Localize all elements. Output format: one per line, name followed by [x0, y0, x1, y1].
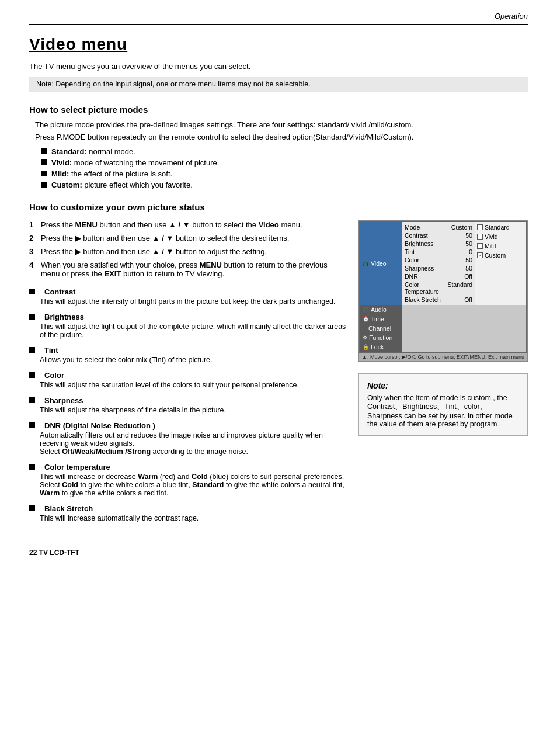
operation-label: Operation	[495, 12, 528, 20]
right-column: 📺 Video ModeCustom Contrast50 Brightness…	[358, 220, 528, 527]
bullet-icon	[29, 397, 35, 403]
step-2: 2 Press the ▶ button and then use ▲ / ▼ …	[29, 234, 348, 242]
bullet-icon	[41, 171, 47, 176]
footer-text: 22 TV LCD-TFT	[29, 549, 79, 557]
subsection-dnr: DNR (Digital Noise Reduction ) Automatic…	[29, 421, 348, 456]
menu-row-channel: ☰ Channel	[360, 324, 526, 333]
bullet-icon	[29, 289, 35, 294]
menu-row-function: ⚙ Function	[360, 333, 526, 342]
bullet-custom: Custom: picture effect which you favorit…	[29, 181, 528, 189]
steps-column: 1 Press the MENU button and then use ▲ /…	[29, 220, 348, 527]
bullet-icon	[41, 182, 47, 188]
menu-item-time: ⏰ Time	[360, 314, 402, 324]
subsection-black-stretch: Black Stretch This will increase automat…	[29, 504, 348, 522]
section1-intro2: Press P.MODE button repeatedly on the re…	[29, 133, 528, 141]
menu-item-function: ⚙ Function	[360, 333, 402, 342]
subsection-tint: Tint Allows you to select the color mix …	[29, 346, 348, 364]
bullet-icon	[29, 422, 35, 428]
menu-row-video: 📺 Video ModeCustom Contrast50 Brightness…	[360, 222, 526, 305]
section1-title: How to select picture modes	[29, 105, 528, 115]
note-box: Note: Depending on the input signal, one…	[29, 77, 528, 92]
menu-row-time: ⏰ Time	[360, 314, 526, 324]
menu-hint: ▲: Move cursor, ▶/OK: Go to submenu, EXI…	[359, 353, 527, 361]
step-4: 4 When you are satisfied with your choic…	[29, 261, 348, 278]
side-note-box: Note: Only when the item of mode is cust…	[358, 373, 528, 436]
bullet-vivid: Vivid: mode of watching the movement of …	[29, 158, 528, 167]
footer: 22 TV LCD-TFT	[29, 545, 528, 557]
side-note-title: Note:	[367, 381, 519, 390]
bullet-mild: Mild: the effect of the picture is soft.	[29, 169, 528, 178]
menu-row-lock: 🔒 Lock	[360, 342, 526, 352]
bullet-icon	[29, 464, 35, 470]
subsection-color-temp: Color temperature This will increase or …	[29, 463, 348, 497]
menu-right-panel: Standard Vivid Mild	[475, 222, 526, 305]
subsection-color: Color This will adjust the saturation le…	[29, 371, 348, 389]
bullet-icon	[41, 159, 47, 165]
menu-item-audio: 🎵 Audio	[360, 305, 402, 314]
subsection-brightness: Brightness This will adjust the light ou…	[29, 313, 348, 339]
bullet-icon	[29, 505, 35, 511]
section1-intro1: The picture mode provides the pre-define…	[29, 120, 528, 129]
bullet-standard: Standard: normal mode.	[29, 147, 528, 156]
section-customize: How to customize your own picture status…	[29, 202, 528, 527]
step-3: 3 Press the ▶ button and then use ▲ / ▼ …	[29, 247, 348, 256]
operation-header: Operation	[29, 12, 528, 25]
section2-title: How to customize your own picture status	[29, 202, 528, 212]
subsection-contrast: Contrast This will adjust the intensity …	[29, 287, 348, 306]
menu-inner: 📺 Video ModeCustom Contrast50 Brightness…	[359, 221, 527, 353]
bullet-icon	[29, 347, 35, 353]
bullet-icon	[41, 148, 47, 154]
intro-text: The TV menu gives you an overview of the…	[29, 62, 528, 71]
section-picture-modes: How to select picture modes The picture …	[29, 105, 528, 189]
menu-row-audio: 🎵 Audio	[360, 305, 526, 314]
menu-item-channel: ☰ Channel	[360, 324, 402, 333]
side-note-text: Only when the item of mode is custom , t…	[367, 394, 519, 428]
bullet-icon	[29, 372, 35, 378]
menu-item-video: 📺 Video	[360, 222, 402, 305]
menu-center-video: ModeCustom Contrast50 Brightness50 Tint0…	[402, 222, 475, 305]
numbered-section: 1 Press the MENU button and then use ▲ /…	[29, 220, 528, 527]
page-title: Video menu	[29, 35, 528, 54]
menu-item-lock: 🔒 Lock	[360, 342, 402, 352]
bullet-icon	[29, 314, 35, 320]
subsection-sharpness: Sharpness This will adjust the sharpness…	[29, 396, 348, 414]
menu-screenshot: 📺 Video ModeCustom Contrast50 Brightness…	[358, 220, 528, 362]
step-1: 1 Press the MENU button and then use ▲ /…	[29, 220, 348, 229]
